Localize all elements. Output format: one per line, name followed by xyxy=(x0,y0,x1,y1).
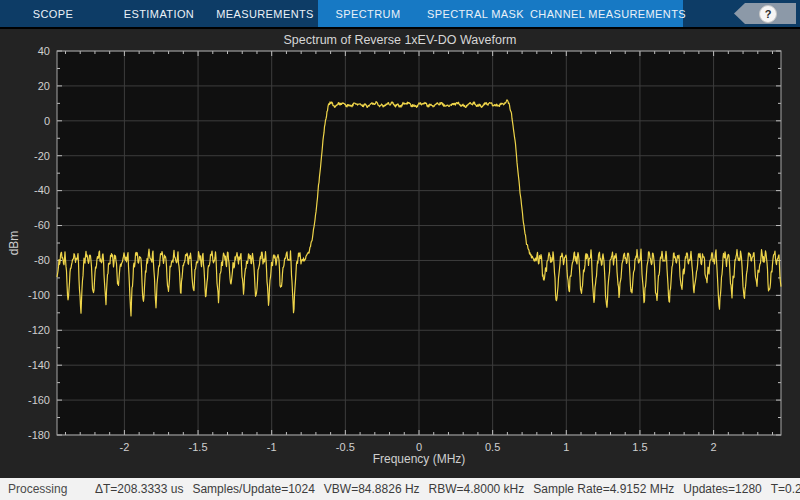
y-tick-labels: 40200-20-40-60-80-100-120-140-160-180 xyxy=(28,45,50,441)
y-tick-label: -160 xyxy=(28,394,50,406)
help-button[interactable]: ? xyxy=(734,3,796,24)
status-state: Processing xyxy=(8,482,67,496)
tab-scope[interactable]: SCOPE xyxy=(0,0,106,27)
tab-measurements[interactable]: MEASUREMENTS xyxy=(212,0,318,27)
status-bar: Processing ΔT=208.3333 usSamples/Update=… xyxy=(0,478,800,500)
status-metric: Updates=1280 xyxy=(683,482,761,496)
y-tick-label: -140 xyxy=(28,359,50,371)
contextual-tab-group: SPECTRUM SPECTRAL MASK CHANNEL MEASUREME… xyxy=(318,0,683,27)
y-tick-label: -40 xyxy=(34,184,50,196)
status-metric: RBW=4.8000 kHz xyxy=(429,482,525,496)
tab-channel-measurements[interactable]: CHANNEL MEASUREMENTS xyxy=(533,0,683,27)
y-tick-label: 20 xyxy=(38,80,50,92)
y-tick-label: -180 xyxy=(28,429,50,441)
y-tick-label: -60 xyxy=(34,219,50,231)
y-tick-label: 0 xyxy=(44,115,50,127)
spectrum-plot[interactable]: -2-1.5-1-0.500.511.5240200-20-40-60-80-1… xyxy=(0,29,800,478)
status-metric: T=0.2667 xyxy=(771,482,800,496)
y-tick-label: -100 xyxy=(28,289,50,301)
y-tick-label: -20 xyxy=(34,150,50,162)
spectrum-analyzer-window: SCOPE ESTIMATION MEASUREMENTS SPECTRUM S… xyxy=(0,0,800,500)
status-metrics: ΔT=208.3333 usSamples/Update=1024VBW=84.… xyxy=(95,482,800,496)
tab-spectral-mask[interactable]: SPECTRAL MASK xyxy=(418,0,533,27)
help-icon[interactable]: ? xyxy=(759,5,777,23)
y-tick-label: 40 xyxy=(38,45,50,57)
tab-estimation[interactable]: ESTIMATION xyxy=(106,0,212,27)
status-metric: VBW=84.8826 Hz xyxy=(324,482,420,496)
status-metric: Samples/Update=1024 xyxy=(192,482,314,496)
y-tick-label: -120 xyxy=(28,324,50,336)
status-metric: Sample Rate=4.9152 MHz xyxy=(533,482,674,496)
x-axis-label: Frequency (MHz) xyxy=(57,452,781,466)
status-metric: ΔT=208.3333 us xyxy=(95,482,183,496)
spectrum-figure: Spectrum of Reverse 1xEV-DO Waveform dBm… xyxy=(0,29,800,478)
toolbar: SCOPE ESTIMATION MEASUREMENTS SPECTRUM S… xyxy=(0,0,800,29)
tab-spectrum[interactable]: SPECTRUM xyxy=(318,0,418,27)
y-tick-label: -80 xyxy=(34,254,50,266)
